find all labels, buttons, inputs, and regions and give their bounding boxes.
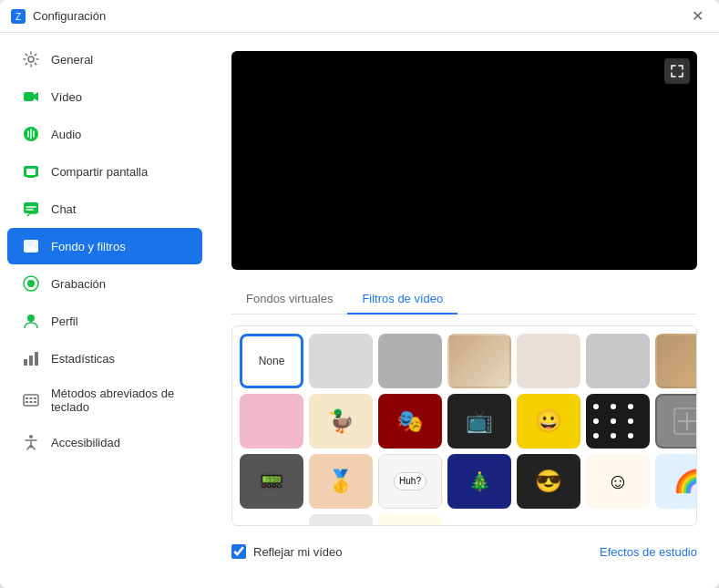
- tab-filtros[interactable]: Filtros de vídeo: [347, 284, 457, 315]
- svg-rect-8: [27, 177, 35, 178]
- filter-item[interactable]: [378, 334, 442, 388]
- svg-rect-24: [34, 401, 36, 403]
- footer-bar: Reflejar mi vídeo Efectos de estudio: [231, 533, 697, 559]
- content-area: General Vídeo Audio: [0, 33, 719, 588]
- filter-item[interactable]: 😎: [517, 454, 580, 509]
- svg-point-25: [29, 435, 33, 438]
- sidebar-label-metodos: Métodos abreviados de teclado: [51, 387, 188, 414]
- app-icon: Z: [11, 9, 26, 24]
- sidebar-item-fondo[interactable]: Fondo y filtros: [7, 228, 202, 264]
- mirror-checkbox[interactable]: [231, 544, 246, 559]
- svg-rect-16: [29, 356, 33, 366]
- video-preview: [231, 51, 697, 270]
- filter-item[interactable]: Huh?: [378, 454, 442, 509]
- accesibilidad-icon: [22, 433, 40, 451]
- filter-none-label: None: [259, 355, 285, 367]
- svg-text:Z: Z: [15, 12, 21, 22]
- general-icon: [22, 50, 40, 68]
- filter-item[interactable]: 🐱: [378, 514, 442, 526]
- svg-rect-3: [24, 92, 34, 101]
- sidebar-item-metodos[interactable]: Métodos abreviados de teclado: [7, 377, 202, 423]
- fondo-icon: [22, 237, 40, 255]
- sidebar-item-general[interactable]: General: [7, 41, 202, 77]
- tabs-bar: Fondos virtuales Filtros de vídeo: [231, 284, 697, 315]
- video-icon: [22, 88, 40, 106]
- sidebar-item-video[interactable]: Vídeo: [7, 78, 202, 115]
- filter-item[interactable]: [586, 394, 650, 449]
- studio-effects-link[interactable]: Efectos de estudio: [600, 545, 697, 559]
- tab-fondos[interactable]: Fondos virtuales: [231, 284, 347, 315]
- filter-item[interactable]: [655, 394, 697, 449]
- filters-grid: None 🦆 🎭 📺 😀: [231, 325, 697, 526]
- sidebar-item-perfil[interactable]: Perfil: [7, 303, 202, 339]
- share-icon: [22, 162, 40, 181]
- filter-item[interactable]: 🍕: [240, 514, 303, 526]
- chat-icon: [22, 200, 40, 218]
- filter-item[interactable]: 🥇: [309, 454, 373, 509]
- svg-rect-9: [24, 202, 38, 213]
- sidebar-label-perfil: Perfil: [51, 315, 78, 328]
- main-content: Fondos virtuales Filtros de vídeo None: [210, 33, 719, 588]
- svg-rect-22: [26, 401, 28, 403]
- filter-item[interactable]: 😀: [517, 394, 580, 449]
- filter-item[interactable]: [517, 334, 580, 388]
- settings-window: Z Configuración ✕ General: [0, 0, 719, 588]
- filter-item[interactable]: [447, 334, 511, 388]
- sidebar-label-video: Vídeo: [51, 90, 82, 104]
- titlebar-left: Z Configuración: [11, 9, 106, 24]
- sidebar-label-grabacion: Grabación: [51, 277, 106, 291]
- svg-rect-18: [24, 395, 38, 406]
- filter-item[interactable]: 🌈: [655, 454, 697, 509]
- filter-item[interactable]: [655, 334, 697, 388]
- perfil-icon: [22, 312, 40, 330]
- close-button[interactable]: ✕: [686, 5, 708, 27]
- titlebar: Z Configuración ✕: [0, 0, 719, 33]
- audio-icon: [22, 125, 40, 143]
- estadisticas-icon: [22, 349, 40, 367]
- filter-item[interactable]: [240, 394, 303, 449]
- svg-point-2: [28, 57, 34, 62]
- svg-rect-17: [35, 352, 38, 366]
- sidebar: General Vídeo Audio: [0, 33, 210, 588]
- svg-rect-15: [24, 359, 27, 366]
- sidebar-label-audio: Audio: [51, 128, 81, 141]
- svg-point-11: [33, 242, 36, 245]
- svg-point-14: [27, 315, 35, 322]
- filter-item[interactable]: 📟: [240, 454, 303, 509]
- sidebar-label-general: General: [51, 53, 93, 67]
- filter-item[interactable]: 🎄: [447, 454, 511, 509]
- sidebar-item-chat[interactable]: Chat: [7, 191, 202, 227]
- sidebar-item-estadisticas[interactable]: Estadísticas: [7, 340, 202, 377]
- sidebar-label-accesibilidad: Accesibilidad: [51, 436, 120, 449]
- sidebar-item-audio[interactable]: Audio: [7, 116, 202, 152]
- sidebar-label-estadisticas: Estadísticas: [51, 352, 115, 366]
- filter-item[interactable]: [309, 334, 373, 388]
- sidebar-item-grabacion[interactable]: Grabación: [7, 265, 202, 302]
- svg-rect-6: [26, 169, 36, 175]
- filter-item[interactable]: ☺: [586, 454, 650, 509]
- filter-item[interactable]: 🦆: [309, 394, 373, 449]
- filter-none[interactable]: None: [240, 334, 303, 388]
- sidebar-label-chat: Chat: [51, 202, 76, 216]
- svg-point-13: [27, 280, 35, 287]
- filter-item[interactable]: [586, 334, 650, 388]
- expand-video-button[interactable]: [664, 58, 690, 84]
- svg-rect-19: [26, 397, 28, 399]
- filter-item[interactable]: 🎭: [378, 394, 442, 449]
- filter-item[interactable]: 🤖: [309, 514, 373, 526]
- metodos-icon: [22, 391, 40, 409]
- svg-rect-21: [34, 397, 36, 399]
- sidebar-label-fondo: Fondo y filtros: [51, 240, 126, 253]
- sidebar-label-compartir: Compartir pantalla: [51, 165, 148, 179]
- svg-rect-20: [30, 397, 33, 399]
- svg-rect-23: [30, 401, 33, 403]
- mirror-label: Reflejar mi vídeo: [253, 545, 343, 559]
- mirror-checkbox-row: Reflejar mi vídeo: [231, 544, 343, 559]
- sidebar-item-accesibilidad[interactable]: Accesibilidad: [7, 424, 202, 460]
- filter-item[interactable]: 📺: [447, 394, 511, 449]
- window-title: Configuración: [33, 9, 106, 23]
- sidebar-item-compartir[interactable]: Compartir pantalla: [7, 153, 202, 190]
- grabacion-icon: [22, 274, 40, 293]
